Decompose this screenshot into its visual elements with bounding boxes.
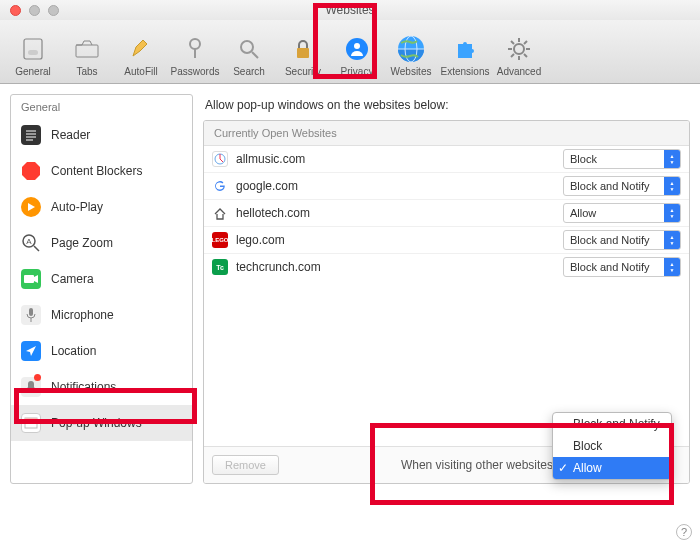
svg-point-3 [190, 39, 200, 49]
sidebar-item-label: Notifications [51, 380, 116, 394]
window-icon [21, 413, 41, 433]
svg-rect-7 [297, 48, 309, 58]
svg-marker-35 [26, 346, 36, 356]
tab-general[interactable]: General [6, 32, 60, 79]
website-row[interactable]: LEGO lego.com Block and Notify [204, 227, 689, 254]
tab-privacy[interactable]: Privacy [330, 32, 384, 79]
menu-option-block[interactable]: Block [553, 435, 671, 457]
website-domain: allmusic.com [236, 152, 555, 166]
location-icon [21, 341, 41, 361]
svg-rect-37 [25, 418, 37, 421]
sidebar-item-label: Microphone [51, 308, 114, 322]
svg-rect-33 [29, 308, 33, 316]
sidebar-item-page-zoom[interactable]: A Page Zoom [11, 225, 192, 261]
tab-extensions[interactable]: Extensions [438, 32, 492, 79]
favicon-google [212, 178, 228, 194]
setting-dropdown[interactable]: Block [563, 149, 681, 169]
website-domain: google.com [236, 179, 555, 193]
svg-point-5 [241, 41, 253, 53]
website-row[interactable]: Tc techcrunch.com Block and Notify [204, 254, 689, 280]
setting-dropdown[interactable]: Block and Notify [563, 230, 681, 250]
favicon-allmusic [212, 151, 228, 167]
svg-marker-27 [28, 203, 35, 211]
sidebar-item-label: Auto-Play [51, 200, 103, 214]
svg-marker-26 [22, 162, 40, 180]
zoom-icon: A [21, 233, 41, 253]
puzzle-icon [450, 34, 480, 64]
favicon-hellotech [212, 205, 228, 221]
website-row[interactable]: hellotech.com Allow [204, 200, 689, 227]
website-domain: lego.com [236, 233, 555, 247]
setting-dropdown[interactable]: Block and Notify [563, 257, 681, 277]
chevron-updown-icon [664, 204, 680, 222]
menu-option-block-notify[interactable]: Block and Notify [553, 413, 671, 435]
sidebar-item-label: Page Zoom [51, 236, 113, 250]
notification-badge [34, 374, 41, 381]
svg-line-19 [524, 54, 527, 57]
globe-icon [396, 34, 426, 64]
svg-rect-4 [194, 48, 196, 58]
svg-rect-0 [24, 39, 42, 59]
tab-search[interactable]: Search [222, 32, 276, 79]
switch-icon [18, 34, 48, 64]
websites-list: allmusic.com Block google.com Block and … [204, 146, 689, 446]
sidebar-item-label: Location [51, 344, 96, 358]
microphone-icon [21, 305, 41, 325]
play-icon [21, 197, 41, 217]
svg-point-13 [514, 44, 524, 54]
gear-icon [504, 34, 534, 64]
tab-autofill[interactable]: AutoFill [114, 32, 168, 79]
help-button[interactable]: ? [676, 524, 692, 540]
sidebar-item-notifications[interactable]: Notifications [11, 369, 192, 405]
other-websites-label: When visiting other websites [401, 458, 553, 472]
svg-line-18 [511, 41, 514, 44]
tab-passwords[interactable]: Passwords [168, 32, 222, 79]
setting-dropdown[interactable]: Block and Notify [563, 176, 681, 196]
chevron-updown-icon [664, 150, 680, 168]
camera-icon [21, 269, 41, 289]
sidebar-item-location[interactable]: Location [11, 333, 192, 369]
sidebar-item-microphone[interactable]: Microphone [11, 297, 192, 333]
svg-rect-2 [76, 45, 98, 57]
favicon-techcrunch: Tc [212, 259, 228, 275]
sidebar-item-label: Reader [51, 128, 90, 142]
sidebar-item-label: Camera [51, 272, 94, 286]
sidebar-item-content-blockers[interactable]: Content Blockers [11, 153, 192, 189]
svg-rect-1 [28, 50, 38, 55]
stop-icon [21, 161, 41, 181]
svg-text:A: A [26, 237, 32, 246]
website-domain: hellotech.com [236, 206, 555, 220]
preferences-toolbar: General Tabs AutoFill Passwords Search S… [0, 20, 700, 84]
tab-security[interactable]: Security [276, 32, 330, 79]
sidebar-item-auto-play[interactable]: Auto-Play [11, 189, 192, 225]
sidebar-item-camera[interactable]: Camera [11, 261, 192, 297]
tab-tabs[interactable]: Tabs [60, 32, 114, 79]
svg-line-29 [34, 246, 39, 251]
chevron-updown-icon [664, 231, 680, 249]
key-icon [180, 34, 210, 64]
panel-title: Allow pop-up windows on the websites bel… [203, 94, 690, 120]
sidebar-item-reader[interactable]: Reader [11, 117, 192, 153]
website-row[interactable]: allmusic.com Block [204, 146, 689, 173]
menu-option-allow[interactable]: Allow [553, 457, 671, 479]
svg-line-21 [524, 41, 527, 44]
svg-line-20 [511, 54, 514, 57]
sidebar-item-label: Pop-up Windows [51, 416, 142, 430]
tab-advanced[interactable]: Advanced [492, 32, 546, 79]
chevron-updown-icon [664, 177, 680, 195]
tab-websites[interactable]: Websites [384, 32, 438, 79]
svg-rect-31 [24, 275, 34, 283]
other-websites-menu[interactable]: Block and Notify Block Allow [552, 412, 672, 480]
sidebar-heading: General [11, 95, 192, 117]
website-row[interactable]: google.com Block and Notify [204, 173, 689, 200]
remove-button[interactable]: Remove [212, 455, 279, 475]
window-title: Websites [0, 3, 700, 17]
reader-icon [21, 125, 41, 145]
favicon-lego: LEGO [212, 232, 228, 248]
currently-open-heading: Currently Open Websites [204, 121, 689, 146]
setting-dropdown[interactable]: Allow [563, 203, 681, 223]
pencil-icon [126, 34, 156, 64]
svg-line-6 [252, 52, 258, 58]
sidebar-item-popup-windows[interactable]: Pop-up Windows [11, 405, 192, 441]
title-bar: Websites [0, 0, 700, 20]
